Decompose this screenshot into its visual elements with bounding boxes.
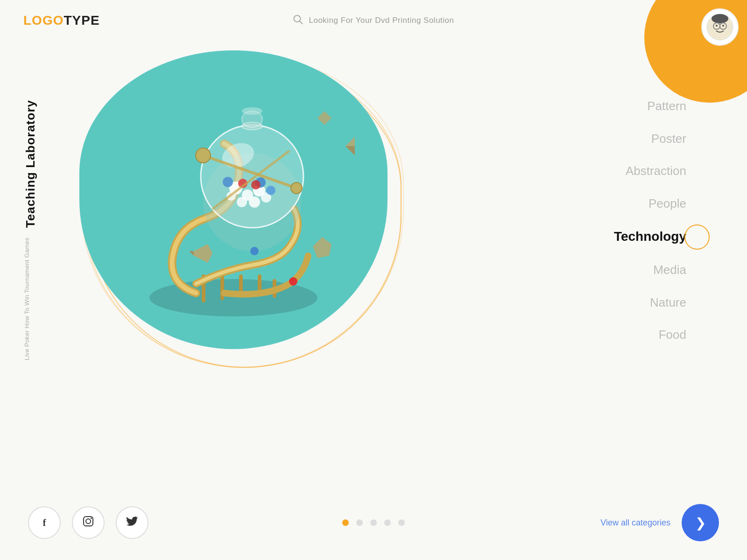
facebook-icon: f: [43, 518, 46, 528]
svg-marker-47: [313, 237, 331, 258]
svg-marker-43: [189, 251, 194, 256]
avatar[interactable]: [701, 8, 739, 46]
slide-title: Teaching Laboratory: [23, 100, 79, 228]
instagram-icon: [82, 515, 94, 530]
pagination-dot-3[interactable]: [370, 519, 377, 526]
avatar-image: [701, 8, 739, 46]
pagination-dot-2[interactable]: [356, 519, 363, 526]
nav-item-abstraction[interactable]: Abstraction: [616, 157, 696, 186]
svg-point-25: [249, 196, 260, 208]
svg-point-7: [708, 25, 712, 29]
svg-point-40: [250, 247, 259, 255]
svg-point-38: [291, 182, 302, 194]
search-placeholder: Looking For Your Dvd Printing Solution: [309, 16, 454, 25]
slide-info: Teaching Laboratory Live Poker How To Wi…: [23, 46, 79, 377]
svg-point-18: [201, 125, 303, 228]
bottom-bar: f View all categories: [0, 504, 747, 541]
view-all-link[interactable]: View all categories: [600, 518, 670, 528]
svg-point-37: [196, 148, 211, 163]
social-icons: f: [28, 506, 148, 539]
svg-point-41: [289, 277, 297, 286]
instagram-button[interactable]: [72, 506, 105, 539]
next-arrow-icon: ❯: [695, 515, 706, 531]
twitter-button[interactable]: [116, 506, 148, 539]
nav-item-media[interactable]: Media: [644, 256, 696, 285]
svg-point-1: [712, 14, 728, 23]
image-container: [79, 50, 406, 377]
nav-item-poster[interactable]: Poster: [642, 125, 696, 154]
svg-point-50: [91, 518, 92, 519]
header: LOGOTYPE Looking For Your Dvd Printing S…: [0, 0, 747, 41]
illustration: [79, 50, 388, 349]
pagination-dot-4[interactable]: [384, 519, 391, 526]
svg-point-24: [237, 197, 247, 207]
search-icon: [293, 14, 303, 27]
svg-point-5: [716, 25, 718, 27]
svg-point-8: [728, 25, 732, 29]
pagination: [342, 519, 405, 526]
facebook-button[interactable]: f: [28, 506, 61, 539]
logo-text: TYPE: [63, 13, 99, 28]
slide-subtitle: Live Poker How To Win Tournament Games: [23, 238, 79, 360]
svg-point-32: [251, 180, 261, 189]
nav-item-food[interactable]: Food: [649, 321, 696, 350]
logo-highlight: LOGO: [23, 13, 63, 28]
pagination-dot-1[interactable]: [342, 519, 349, 526]
search-area[interactable]: Looking For Your Dvd Printing Solution: [293, 14, 454, 27]
svg-point-35: [242, 107, 262, 115]
svg-point-28: [223, 177, 233, 187]
svg-marker-45: [345, 146, 355, 155]
nav-item-technology[interactable]: Technology: [605, 222, 696, 252]
main-content: Teaching Laboratory Live Poker How To Wi…: [0, 46, 747, 377]
pagination-dot-5[interactable]: [398, 519, 405, 526]
svg-line-10: [300, 21, 303, 24]
next-button[interactable]: ❯: [682, 504, 719, 541]
logo[interactable]: LOGOTYPE: [23, 13, 100, 28]
main-image: [79, 50, 388, 349]
svg-point-6: [722, 25, 724, 27]
svg-point-30: [266, 186, 275, 195]
nav-item-people[interactable]: People: [639, 189, 696, 218]
svg-point-49: [86, 519, 91, 524]
nav-item-nature[interactable]: Nature: [641, 288, 696, 317]
twitter-icon: [126, 516, 138, 529]
svg-marker-46: [317, 111, 331, 125]
